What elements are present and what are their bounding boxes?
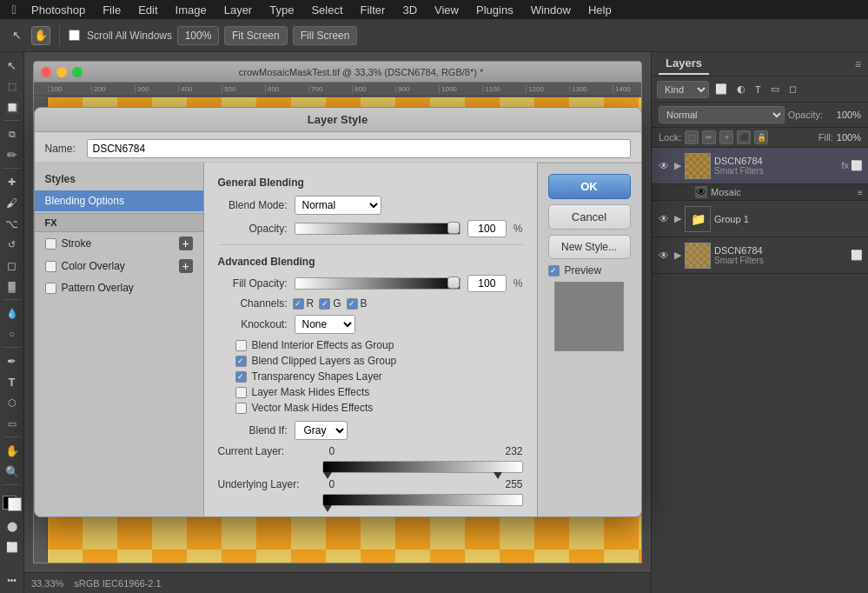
- filter-smart-icon[interactable]: ◻: [785, 82, 800, 97]
- blend-if-select[interactable]: Gray: [295, 421, 348, 440]
- menu-edit[interactable]: Edit: [131, 2, 164, 18]
- lasso-tool-icon[interactable]: 🔲: [3, 97, 22, 117]
- text-tool-icon[interactable]: T: [3, 372, 22, 391]
- color-overlay-plus-btn[interactable]: +: [179, 259, 193, 273]
- channel-r-check[interactable]: R: [293, 297, 315, 310]
- channel-r-checkbox[interactable]: [293, 298, 304, 310]
- blend-mode-form-select[interactable]: Normal: [295, 196, 381, 215]
- pen-tool-icon[interactable]: ✒: [3, 351, 22, 370]
- filter-shape-icon[interactable]: ▭: [767, 82, 783, 97]
- menu-photoshop[interactable]: Photoshop: [24, 2, 92, 18]
- lock-artboard-btn[interactable]: ⬛: [737, 130, 751, 144]
- menu-layer[interactable]: Layer: [217, 2, 260, 18]
- eyedropper-tool-icon[interactable]: ✏: [3, 145, 22, 164]
- layer-kind-select[interactable]: Kind: [657, 81, 709, 98]
- menu-filter[interactable]: Filter: [354, 2, 393, 18]
- channel-g-check[interactable]: G: [319, 297, 341, 310]
- gradient-tool-icon[interactable]: ▓: [3, 277, 22, 296]
- selection-tool-icon[interactable]: ⬚: [3, 77, 22, 96]
- fill-opacity-thumb[interactable]: [447, 277, 460, 289]
- blur-tool-icon[interactable]: 💧: [3, 303, 22, 323]
- expand-arrow-second[interactable]: ▶: [674, 250, 681, 261]
- pattern-overlay-checkbox[interactable]: [45, 283, 56, 294]
- visibility-toggle-top[interactable]: 👁: [657, 159, 671, 173]
- menu-view[interactable]: View: [427, 2, 466, 18]
- menu-type[interactable]: Type: [262, 2, 301, 18]
- opacity-slider[interactable]: [295, 223, 461, 235]
- layer-fx-btn[interactable]: fx: [841, 160, 849, 171]
- current-layer-gradient[interactable]: [322, 461, 523, 473]
- name-input[interactable]: [87, 139, 631, 158]
- scroll-all-windows-checkbox[interactable]: [69, 30, 80, 41]
- transparency-shapes-checkbox[interactable]: [235, 371, 247, 383]
- cancel-button[interactable]: Cancel: [548, 204, 631, 230]
- blending-options-item[interactable]: Blending Options: [35, 190, 203, 211]
- pattern-overlay-option[interactable]: Pattern Overlay: [35, 277, 203, 298]
- lock-all-btn[interactable]: 🔒: [754, 130, 768, 144]
- path-tool-icon[interactable]: ⬡: [3, 393, 22, 412]
- eraser-tool-icon[interactable]: ◻: [3, 256, 22, 275]
- channel-g-checkbox[interactable]: [319, 298, 330, 310]
- ok-button[interactable]: OK: [548, 174, 631, 199]
- dodge-tool-icon[interactable]: ○: [3, 324, 22, 343]
- layer-mask-second-btn[interactable]: ⬜: [851, 250, 863, 261]
- shape-tool-icon[interactable]: ▭: [3, 414, 22, 433]
- quick-mask-icon[interactable]: ⬤: [3, 516, 22, 536]
- blend-interior-checkbox[interactable]: [235, 340, 247, 351]
- crop-tool-icon[interactable]: ⧉: [3, 124, 22, 143]
- panel-options-icon[interactable]: ≡: [855, 58, 861, 70]
- expand-arrow-group[interactable]: ▶: [674, 213, 681, 224]
- color-swatch-wrap[interactable]: [3, 492, 22, 511]
- stroke-plus-btn[interactable]: +: [179, 237, 193, 250]
- channel-b-checkbox[interactable]: [347, 298, 358, 310]
- clone-tool-icon[interactable]: ⌥: [3, 214, 22, 233]
- brush-tool-icon[interactable]: 🖌: [3, 193, 22, 212]
- move-icon[interactable]: ↖: [7, 26, 26, 45]
- vector-mask-checkbox[interactable]: [235, 403, 247, 414]
- color-overlay-checkbox[interactable]: [45, 261, 56, 272]
- layer-item-dscn6784-second[interactable]: 👁 ▶ DSCN6784 Smart Filters ⬜: [652, 237, 868, 274]
- layers-tab[interactable]: Layers: [659, 53, 709, 75]
- layer-item-dscn6784-top[interactable]: 👁 ▶ DSCN6784 Smart Filters fx ⬜: [652, 148, 868, 184]
- menu-3d[interactable]: 3D: [395, 2, 424, 18]
- menu-help[interactable]: Help: [581, 2, 619, 18]
- lock-position-btn[interactable]: +: [719, 130, 733, 144]
- background-color[interactable]: [8, 497, 22, 511]
- lock-image-btn[interactable]: ✏: [702, 130, 716, 144]
- screen-mode-icon[interactable]: ⬜: [3, 537, 22, 556]
- history-brush-icon[interactable]: ↺: [3, 235, 22, 254]
- filter-type-icon[interactable]: T: [752, 83, 765, 97]
- hand-icon[interactable]: ✋: [31, 26, 50, 45]
- move-tool-icon[interactable]: ↖: [3, 56, 22, 75]
- zoom-tool-icon[interactable]: 🔍: [3, 462, 22, 481]
- filter-visibility-icon[interactable]: 👁: [695, 186, 707, 198]
- healing-tool-icon[interactable]: ✚: [3, 172, 22, 191]
- current-layer-right-thumb[interactable]: [494, 472, 502, 479]
- layer-mask-checkbox[interactable]: [235, 387, 247, 398]
- fill-opacity-input[interactable]: [467, 275, 507, 292]
- hand-tool-icon[interactable]: ✋: [3, 441, 22, 460]
- current-layer-left-thumb[interactable]: [323, 472, 332, 479]
- lock-transparent-btn[interactable]: ⬚: [685, 130, 699, 144]
- channel-b-check[interactable]: B: [347, 297, 368, 310]
- menu-file[interactable]: File: [96, 2, 128, 18]
- menu-window[interactable]: Window: [524, 2, 578, 18]
- stroke-option[interactable]: Stroke +: [35, 232, 203, 255]
- stroke-checkbox[interactable]: [45, 238, 56, 250]
- color-overlay-option[interactable]: Color Overlay +: [35, 255, 203, 277]
- fill-opacity-slider[interactable]: [295, 277, 461, 290]
- knockout-select[interactable]: None: [295, 315, 355, 334]
- expand-arrow-top[interactable]: ▶: [674, 160, 681, 171]
- underlying-gradient[interactable]: [322, 494, 523, 506]
- layer-mask-btn[interactable]: ⬜: [851, 160, 863, 171]
- filter-adjust-icon[interactable]: ◐: [733, 82, 749, 97]
- visibility-toggle-group[interactable]: 👁: [657, 212, 671, 226]
- apple-menu-icon[interactable]: : [7, 3, 21, 17]
- blend-clipped-checkbox[interactable]: [235, 356, 247, 367]
- menu-select[interactable]: Select: [304, 2, 349, 18]
- preview-checkbox[interactable]: [548, 265, 560, 277]
- new-style-button[interactable]: New Style...: [548, 235, 631, 259]
- fill-screen-button[interactable]: Fill Screen: [293, 26, 358, 45]
- filter-pixel-icon[interactable]: ⬜: [712, 82, 731, 97]
- menu-plugins[interactable]: Plugins: [469, 2, 520, 18]
